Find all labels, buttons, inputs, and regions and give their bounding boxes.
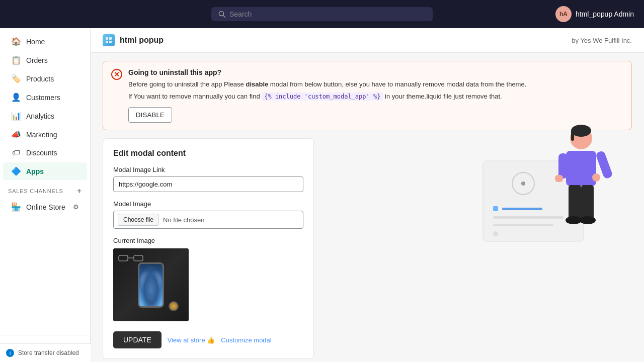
topbar: hA html_popup Admin: [0, 0, 644, 28]
current-image-label: Current Image: [113, 237, 303, 244]
update-button[interactable]: UPDATE: [113, 331, 162, 348]
discounts-icon: 🏷: [11, 148, 21, 157]
app-by: by Yes We Fulfill Inc.: [572, 37, 632, 44]
apps-icon: 🔷: [11, 166, 21, 176]
app-title: html popup: [120, 36, 164, 45]
customize-modal-link[interactable]: Customize modal: [221, 336, 271, 344]
sales-channels-section: SALES CHANNELS +: [0, 180, 90, 198]
search-input[interactable]: [229, 10, 426, 18]
sidebar-label-home: Home: [26, 38, 45, 46]
sales-channels-label: SALES CHANNELS: [8, 188, 63, 194]
phone-image-bg: [113, 248, 189, 321]
orders-icon: 📋: [11, 55, 21, 65]
sidebar-item-orders[interactable]: 📋 Orders: [3, 51, 87, 69]
warning-banner: ✕ Going to uninstall this app? Before go…: [103, 61, 632, 130]
sidebar-label-orders: Orders: [26, 56, 48, 64]
svg-line-1: [223, 15, 225, 17]
warning-line1: Before going to uninstall the app Please…: [128, 79, 526, 89]
status-dot: i: [6, 349, 14, 357]
svg-rect-4: [106, 41, 108, 43]
disable-button[interactable]: DISABLE: [128, 107, 172, 123]
view-store-link[interactable]: View at store 👍: [168, 336, 215, 344]
warning-content: Going to uninstall this app? Before goin…: [128, 68, 526, 123]
no-file-text: No file chosen: [163, 216, 204, 224]
sidebar-label-marketing: Marketing: [26, 131, 57, 139]
svg-rect-6: [119, 255, 128, 261]
app-header: html popup by Yes We Fulfill Inc.: [91, 28, 644, 53]
add-sales-channel-icon[interactable]: +: [77, 187, 82, 196]
model-image-label: Model Image: [113, 200, 303, 208]
online-store-settings-icon[interactable]: ⚙: [73, 203, 79, 211]
sidebar-item-apps[interactable]: 🔷 Apps: [3, 162, 87, 180]
sidebar-label-customers: Customers: [26, 94, 60, 102]
warning-line2: If You want to remove mannually you can …: [128, 92, 526, 102]
analytics-icon: 📊: [11, 111, 21, 121]
edit-card-title: Edit modal content: [113, 149, 303, 158]
svg-rect-5: [109, 41, 112, 43]
app-logo: [103, 34, 115, 46]
current-image-group: Current Image: [113, 237, 303, 321]
user-name: html_popup Admin: [576, 10, 634, 18]
phone-illustration: [138, 262, 164, 308]
glasses-decoration: [118, 253, 143, 262]
main-content: html popup by Yes We Fulfill Inc. ✕ Goin…: [91, 28, 644, 362]
image-link-label: Modal Image Link: [113, 166, 303, 173]
warning-title: Going to uninstall this app?: [128, 68, 526, 76]
status-bar: i Store transfer disabled: [0, 343, 91, 362]
choose-file-button[interactable]: Choose file: [118, 214, 159, 226]
search-icon: [218, 11, 225, 18]
sidebar-label-analytics: Analytics: [26, 112, 54, 120]
image-link-input[interactable]: [113, 176, 303, 192]
status-text: Store transfer disabled: [18, 349, 79, 356]
home-icon: 🏠: [11, 37, 21, 46]
svg-rect-3: [109, 37, 112, 40]
svg-rect-2: [106, 37, 108, 40]
sidebar-item-marketing[interactable]: 📣 Marketing: [3, 126, 87, 143]
edit-card: Edit modal content Modal Image Link Mode…: [103, 138, 314, 359]
online-store-icon: 🏪: [11, 202, 21, 212]
sidebar-label-apps: Apps: [26, 167, 44, 175]
sidebar: 🏠 Home 📋 Orders 🏷️ Products 👤 Customers …: [0, 28, 91, 362]
sidebar-label-discounts: Discounts: [26, 149, 57, 157]
sidebar-item-products[interactable]: 🏷️ Products: [3, 70, 87, 87]
sidebar-item-analytics[interactable]: 📊 Analytics: [3, 107, 87, 125]
sidebar-item-customers[interactable]: 👤 Customers: [3, 88, 87, 106]
app-header-left: html popup: [103, 34, 164, 46]
warning-icon: ✕: [111, 69, 122, 80]
wolf-face: [139, 264, 163, 306]
current-image-container: [113, 248, 189, 321]
code-snippet: {% include 'custom_modal_app' %}: [262, 93, 383, 101]
sidebar-item-home[interactable]: 🏠 Home: [3, 33, 87, 50]
search-bar[interactable]: [211, 7, 433, 21]
sidebar-label-products: Products: [26, 75, 54, 83]
sidebar-item-discounts[interactable]: 🏷 Discounts: [3, 144, 87, 161]
card-actions: UPDATE View at store 👍 Customize modal: [113, 331, 303, 348]
file-input-wrapper: Choose file No file chosen: [113, 211, 303, 229]
sidebar-label-online-store: Online Store: [26, 203, 65, 211]
products-icon: 🏷️: [11, 74, 21, 83]
avatar: hA: [555, 6, 572, 22]
app-body: 🏠 Home 📋 Orders 🏷️ Products 👤 Customers …: [0, 28, 644, 362]
watch-decoration: [169, 301, 179, 311]
svg-rect-7: [134, 255, 143, 261]
customers-icon: 👤: [11, 93, 21, 102]
image-link-group: Modal Image Link: [113, 166, 303, 192]
topbar-user: hA html_popup Admin: [555, 6, 634, 22]
marketing-icon: 📣: [11, 130, 21, 139]
model-image-group: Model Image Choose file No file chosen: [113, 200, 303, 229]
sidebar-item-online-store[interactable]: 🏪 Online Store ⚙: [3, 198, 87, 216]
